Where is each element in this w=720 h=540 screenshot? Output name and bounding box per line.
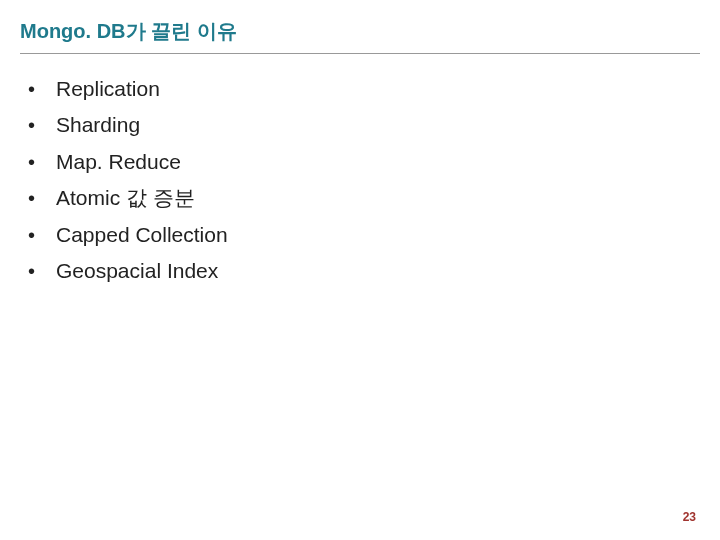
list-item: • Geospacial Index: [28, 256, 700, 286]
bullet-icon: •: [28, 78, 56, 101]
item-text: Capped Collection: [56, 220, 228, 250]
bullet-icon: •: [28, 224, 56, 247]
list-item: • Sharding: [28, 110, 700, 140]
content-area: • Replication • Sharding • Map. Reduce •…: [20, 74, 700, 287]
page-number: 23: [683, 510, 696, 524]
list-item: • Map. Reduce: [28, 147, 700, 177]
bullet-icon: •: [28, 114, 56, 137]
bullet-icon: •: [28, 151, 56, 174]
bullet-icon: •: [28, 187, 56, 210]
item-text: Replication: [56, 74, 160, 104]
item-text: Map. Reduce: [56, 147, 181, 177]
list-item: • Capped Collection: [28, 220, 700, 250]
slide: Mongo. DB가 끌린 이유 • Replication • Shardin…: [0, 0, 720, 540]
list-item: • Atomic 값 증분: [28, 183, 700, 213]
item-text: Atomic 값 증분: [56, 183, 195, 213]
bullet-icon: •: [28, 260, 56, 283]
list-item: • Replication: [28, 74, 700, 104]
item-text: Geospacial Index: [56, 256, 218, 286]
slide-title: Mongo. DB가 끌린 이유: [20, 18, 700, 54]
item-text: Sharding: [56, 110, 140, 140]
